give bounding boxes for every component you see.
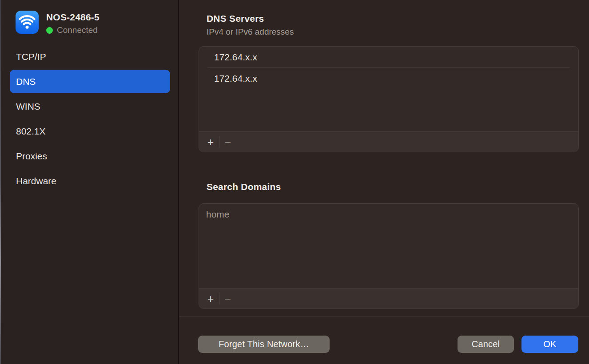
search-domains-list: home — [199, 204, 578, 288]
sidebar-item-tcpip[interactable]: TCP/IP — [10, 45, 170, 68]
sidebar-item-dns[interactable]: DNS — [10, 70, 170, 93]
sidebar-item-wins[interactable]: WINS — [10, 95, 170, 118]
cancel-button[interactable]: Cancel — [458, 336, 514, 353]
dns-servers-title: DNS Servers — [207, 13, 264, 24]
network-name: NOS-2486-5 — [46, 12, 99, 23]
dns-servers-list: 172.64.x.x 172.64.x.x — [199, 47, 578, 131]
desktop-edge — [0, 0, 1, 364]
search-domains-toolbar: + − — [199, 288, 578, 309]
status-dot-icon — [46, 27, 53, 34]
forget-network-button[interactable]: Forget This Network… — [198, 336, 330, 353]
sidebar-nav: TCP/IP DNS WINS 802.1X Proxies Hardware — [10, 45, 170, 194]
wifi-details-window: NOS-2486-5 Connected TCP/IP DNS WINS 802… — [0, 0, 589, 364]
add-search-domain-button[interactable]: + — [202, 289, 219, 309]
sidebar: NOS-2486-5 Connected TCP/IP DNS WINS 802… — [0, 0, 178, 364]
sidebar-item-proxies[interactable]: Proxies — [10, 144, 170, 168]
search-domain-row[interactable]: home — [199, 204, 578, 225]
sidebar-item-8021x[interactable]: 802.1X — [10, 119, 170, 143]
dns-servers-box: 172.64.x.x 172.64.x.x + − — [199, 46, 579, 152]
dns-servers-toolbar: + − — [199, 131, 578, 152]
dns-server-row[interactable]: 172.64.x.x — [199, 47, 578, 67]
remove-search-domain-button[interactable]: − — [219, 289, 236, 309]
search-domains-box: home + − — [199, 203, 579, 309]
sidebar-item-hardware[interactable]: Hardware — [10, 169, 170, 193]
add-dns-server-button[interactable]: + — [202, 132, 219, 152]
remove-dns-server-button[interactable]: − — [219, 132, 236, 152]
dns-server-row[interactable]: 172.64.x.x — [199, 68, 578, 89]
status-text: Connected — [57, 25, 98, 35]
sidebar-divider — [178, 0, 179, 364]
footer-divider — [179, 316, 589, 317]
search-domains-title: Search Domains — [207, 182, 281, 192]
ok-button[interactable]: OK — [521, 336, 578, 353]
dns-servers-subtitle: IPv4 or IPv6 addresses — [207, 27, 294, 37]
network-status: Connected — [46, 25, 98, 35]
wifi-icon — [16, 11, 39, 34]
